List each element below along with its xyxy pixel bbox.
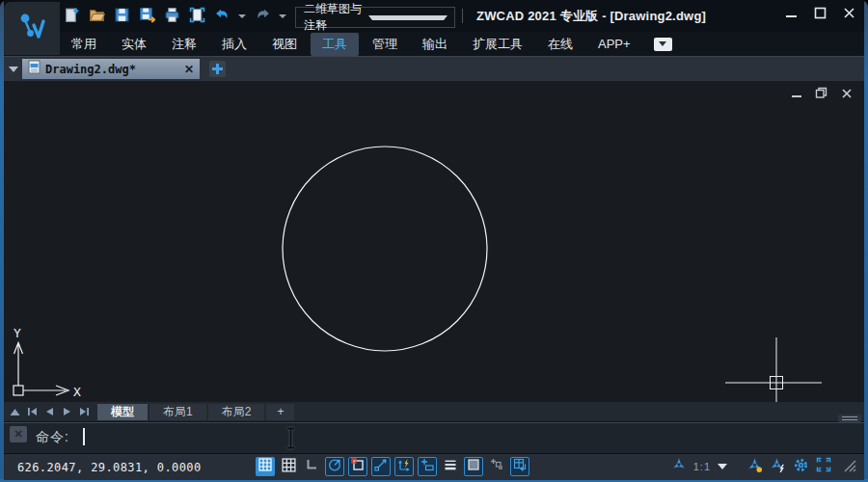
command-close-button[interactable]: ✕ [10,426,27,442]
layout-next-button[interactable] [62,407,72,417]
close-button[interactable] [842,6,856,20]
redo-dropdown-arrow[interactable] [279,14,286,18]
annotation-scale-icon [671,457,687,476]
document-tab-close-icon[interactable]: ✕ [184,64,194,75]
ribbon-tab-online[interactable]: 在线 [536,33,584,56]
settings-gear-icon[interactable] [793,457,809,477]
window-controls [784,6,856,20]
annotation-autoscale-icon[interactable] [770,457,786,477]
object-snap-icon [351,458,365,475]
doc-minimize-button[interactable] [790,87,802,99]
new-file-button[interactable] [62,7,81,26]
open-folder-icon [89,7,105,27]
object-snap-tracking-toggle[interactable] [371,457,391,476]
minimize-button[interactable] [784,6,799,20]
object-snap-tracking-icon [374,458,388,475]
document-tab-active[interactable]: Drawing2.dwg* ✕ [22,59,200,79]
layout-prev-button[interactable] [44,407,55,417]
ribbon-tab-annotate[interactable]: 注释 [160,33,208,56]
dynamic-input-toggle[interactable] [418,457,437,476]
document-tab-bar: Drawing2.dwg* ✕ [4,57,864,81]
ibeam-mouse-cursor [285,427,296,453]
command-caret [83,428,85,445]
save-as-button[interactable] [137,7,156,26]
annotation-scale-dropdown-icon[interactable] [718,464,727,469]
layout-first-button[interactable] [27,407,38,417]
layout-tab-model[interactable]: 模型 [97,404,148,420]
document-window-controls [790,87,853,99]
doc-close-button[interactable] [840,87,853,99]
app-menu-button[interactable] [4,2,60,55]
lineweight-icon [444,458,457,475]
ribbon-tab-manage[interactable]: 管理 [361,33,409,56]
ribbon-tab-insert[interactable]: 插入 [210,33,258,56]
ortho-icon [305,458,318,475]
selection-cycling-icon [490,458,503,475]
chevron-down-icon [659,41,666,46]
ribbon-tab-home[interactable]: 常用 [60,33,108,56]
dwg-file-icon [28,60,41,78]
ribbon-tab-view[interactable]: 视图 [260,33,309,56]
snap-toggle[interactable] [256,457,275,476]
transparency-toggle[interactable] [464,457,483,476]
redo-icon [255,7,271,27]
circle-entity[interactable] [283,147,487,351]
plot-preview-button[interactable] [187,7,206,26]
status-toggles [256,457,529,476]
polar-tracking-toggle[interactable] [325,457,344,476]
ribbon-collapse-button[interactable] [654,38,672,51]
ribbon-tab-bar: 常用 实体 注释 插入 视图 工具 管理 输出 扩展工具 在线 APP+ [60,32,864,56]
workspace-switch-toggle[interactable] [510,457,529,476]
layout-menu-up-icon[interactable] [10,407,20,417]
annotation-visibility-icon[interactable] [746,457,763,477]
annotation-scale-value[interactable]: 1:1 [693,461,711,472]
layout-nav [10,407,90,417]
dynamic-ucs-toggle[interactable] [394,457,414,476]
maximize-button[interactable] [813,6,827,20]
crosshair-cursor [725,337,822,402]
print-button[interactable] [162,7,181,26]
coordinates-readout: 626.2047, 29.0831, 0.0000 [17,461,202,474]
new-file-icon [64,7,80,27]
layout-tab-layout2[interactable]: 布局2 [208,404,265,420]
grid-icon [282,458,296,476]
ribbon-tab-app-plus[interactable]: APP+ [586,34,642,54]
layout-tab-add-button[interactable]: + [266,404,294,420]
fullscreen-icon[interactable] [816,457,831,476]
command-window-grip[interactable] [838,415,861,422]
drawing-viewport[interactable]: Y X [4,81,864,403]
transparency-icon [467,458,480,475]
command-prompt: 命令: [36,429,69,446]
redo-button[interactable] [253,7,272,26]
status-bar: 626.2047, 29.0831, 0.0000 [4,453,864,480]
chevron-down-icon [368,15,448,20]
quick-access-toolbar: ? [62,7,312,26]
ribbon-tab-tools[interactable]: 工具 [311,33,359,56]
layout-last-button[interactable] [79,407,90,417]
save-button[interactable] [112,7,131,26]
new-document-tab-button[interactable] [209,61,226,77]
layout-tab-bar: 模型 布局1 布局2 + [4,402,864,421]
workspace-selector[interactable]: 二维草图与注释 [295,7,455,28]
ribbon-tab-solid[interactable]: 实体 [110,33,158,56]
zwcad-logo-icon [15,11,48,47]
workspace-selector-value: 二维草图与注释 [296,1,368,34]
undo-button[interactable] [212,7,231,26]
status-right-cluster: 1:1 [671,457,856,476]
ribbon-tab-extension-tools[interactable]: 扩展工具 [461,33,534,56]
grid-toggle[interactable] [279,457,298,476]
snap-grid-icon [258,458,272,475]
ribbon-tab-output[interactable]: 输出 [411,33,459,56]
zwcad-window: ? 二维草图与注释 ZWCAD 2021 专业版 - [Drawing2.dwg… [0,0,868,482]
command-line-panel[interactable]: ✕ 命令: [4,422,864,454]
doc-restore-button[interactable] [815,87,827,99]
document-list-dropdown[interactable] [9,67,18,72]
object-snap-toggle[interactable] [348,457,367,476]
lineweight-toggle[interactable] [441,457,460,476]
open-file-button[interactable] [87,7,106,26]
undo-dropdown-arrow[interactable] [238,14,246,18]
selection-cycling-toggle[interactable] [487,457,506,476]
resize-grip-icon[interactable] [841,457,856,476]
layout-tab-layout1[interactable]: 布局1 [149,404,206,420]
ortho-toggle[interactable] [302,457,321,476]
